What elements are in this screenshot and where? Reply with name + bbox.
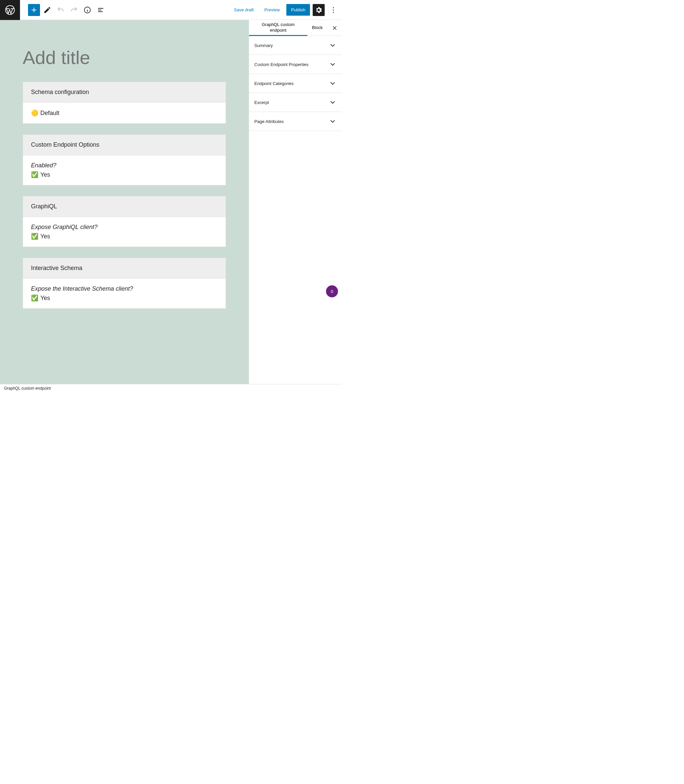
block-header: GraphiQL <box>23 196 226 217</box>
svg-point-2 <box>333 7 334 8</box>
chevron-down-icon <box>329 79 337 87</box>
value-text: Yes <box>40 233 50 240</box>
publish-button[interactable]: Publish <box>286 4 310 16</box>
panel-custom-endpoint-properties[interactable]: Custom Endpoint Properties <box>249 55 342 74</box>
value-text: Default <box>40 110 59 117</box>
breadcrumb-footer: GraphQL custom endpoint <box>0 384 342 392</box>
block-header: Custom Endpoint Options <box>23 135 226 155</box>
close-icon <box>331 25 338 31</box>
tab-document[interactable]: GraphQL custom endpoint <box>249 20 307 36</box>
post-title-input[interactable]: Add title <box>0 40 248 82</box>
tab-block[interactable]: Block <box>307 20 327 35</box>
info-icon <box>83 6 91 14</box>
editor-canvas[interactable]: Add title Schema configuration 🟡 Default… <box>0 20 248 384</box>
panel-endpoint-categories[interactable]: Endpoint Categories <box>249 74 342 93</box>
panel-title: Page Attributes <box>254 119 284 124</box>
redo-button[interactable] <box>68 4 80 16</box>
block-question: Enabled? <box>31 162 218 169</box>
wordpress-logo[interactable] <box>0 0 20 20</box>
dots-vertical-icon <box>329 6 337 14</box>
chevron-down-icon <box>329 117 337 125</box>
value-text: Yes <box>40 171 50 178</box>
block-question: Expose GraphiQL client? <box>31 224 218 231</box>
settings-button[interactable] <box>313 4 325 16</box>
panel-excerpt[interactable]: Excerpt <box>249 93 342 112</box>
save-draft-button[interactable]: Save draft <box>230 5 258 15</box>
status-icon: ✅ <box>31 233 38 240</box>
status-icon: 🟡 <box>31 109 38 117</box>
list-icon <box>97 6 105 14</box>
add-block-button[interactable] <box>28 4 40 16</box>
chevron-down-icon <box>329 98 337 106</box>
block-header: Schema configuration <box>23 82 226 103</box>
panel-title: Excerpt <box>254 100 269 105</box>
panel-title: Custom Endpoint Properties <box>254 62 309 67</box>
block-header: Interactive Schema <box>23 258 226 279</box>
block-interactive-schema[interactable]: Interactive Schema Expose the Interactiv… <box>23 258 226 309</box>
svg-point-4 <box>333 12 334 13</box>
value-text: Yes <box>40 295 50 302</box>
status-icon: ✅ <box>31 294 38 302</box>
notification-badge[interactable]: 0 <box>326 286 338 297</box>
block-value: ✅ Yes <box>31 294 218 302</box>
svg-point-3 <box>333 9 334 10</box>
pencil-icon <box>44 6 51 14</box>
toolbar-right: Save draft Preview Publish <box>230 4 342 16</box>
outline-button[interactable] <box>95 4 106 16</box>
toolbar-left <box>20 4 106 16</box>
top-toolbar: Save draft Preview Publish <box>0 0 342 20</box>
breadcrumb-text[interactable]: GraphQL custom endpoint <box>4 386 51 391</box>
redo-icon <box>70 6 78 14</box>
tools-button[interactable] <box>41 4 53 16</box>
chevron-down-icon <box>329 41 337 49</box>
undo-button[interactable] <box>55 4 67 16</box>
block-value: 🟡 Default <box>31 109 218 117</box>
panel-title: Summary <box>254 43 273 48</box>
preview-button[interactable]: Preview <box>260 5 284 15</box>
panel-summary[interactable]: Summary <box>249 36 342 55</box>
info-button[interactable] <box>81 4 94 16</box>
status-icon: ✅ <box>31 171 38 178</box>
sidebar-tabs: GraphQL custom endpoint Block <box>249 20 342 36</box>
settings-sidebar: GraphQL custom endpoint Block Summary Cu… <box>248 20 342 384</box>
plus-icon <box>30 6 38 14</box>
gear-icon <box>315 6 323 14</box>
block-graphiql[interactable]: GraphiQL Expose GraphiQL client? ✅ Yes <box>23 196 226 247</box>
block-question: Expose the Interactive Schema client? <box>31 286 218 292</box>
block-value: ✅ Yes <box>31 233 218 240</box>
close-sidebar-button[interactable] <box>327 20 342 35</box>
block-value: ✅ Yes <box>31 171 218 178</box>
block-schema-configuration[interactable]: Schema configuration 🟡 Default <box>23 82 226 124</box>
chevron-down-icon <box>329 60 337 68</box>
block-custom-endpoint-options[interactable]: Custom Endpoint Options Enabled? ✅ Yes <box>23 134 226 186</box>
panel-title: Endpoint Categories <box>254 81 294 86</box>
panel-page-attributes[interactable]: Page Attributes <box>249 112 342 131</box>
more-button[interactable] <box>327 4 339 16</box>
undo-icon <box>56 6 65 14</box>
wordpress-icon <box>5 5 15 15</box>
